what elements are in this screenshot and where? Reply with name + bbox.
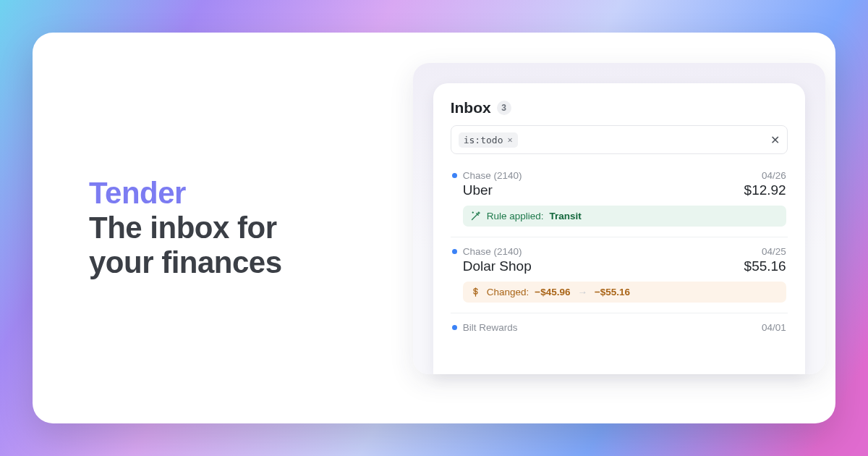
arrow-right-icon: → xyxy=(577,287,587,297)
note-to: −$55.16 xyxy=(595,287,630,297)
merchant-name: Dolar Shop xyxy=(463,258,532,274)
note-value: Transit xyxy=(550,211,582,221)
account-label: Bilt Rewards xyxy=(463,322,518,333)
gradient-background: Tender The inbox for your finances Inbox… xyxy=(0,0,868,456)
note-prefix: Rule applied: xyxy=(487,211,544,221)
transaction-date: 04/26 xyxy=(762,170,786,181)
transaction-main: Dolar Shop $55.16 xyxy=(452,258,786,274)
transaction-main: Uber $12.92 xyxy=(452,182,786,198)
transaction-meta: Chase (2140) 04/26 xyxy=(452,170,786,181)
hero-left: Tender The inbox for your finances xyxy=(33,33,410,423)
transaction-meta: Chase (2140) 04/25 xyxy=(452,246,786,257)
transaction-amount: $12.92 xyxy=(744,182,786,198)
transaction-amount: $55.16 xyxy=(744,258,786,274)
note-prefix: Changed: xyxy=(487,287,529,297)
inbox-header: Inbox 3 xyxy=(451,99,788,117)
filter-chip-label: is:todo xyxy=(464,135,503,145)
unread-dot-icon xyxy=(452,173,457,178)
merchant-name: Uber xyxy=(463,182,493,198)
amount-changed-note: Changed: −$45.96 → −$55.16 xyxy=(463,282,786,303)
transaction-row[interactable]: Bilt Rewards 04/01 xyxy=(451,313,788,345)
transaction-row[interactable]: Chase (2140) 04/26 Uber $12.92 Rule appl… xyxy=(451,160,788,237)
app-preview-panel: Inbox 3 is:todo ✕ ✕ xyxy=(413,63,825,374)
unread-dot-icon xyxy=(452,249,457,254)
dollar-icon xyxy=(470,287,481,297)
account-label: Chase (2140) xyxy=(463,246,522,257)
hero-card: Tender The inbox for your finances Inbox… xyxy=(33,33,835,423)
inbox-title: Inbox xyxy=(451,99,491,117)
transaction-row[interactable]: Chase (2140) 04/25 Dolar Shop $55.16 Cha… xyxy=(451,237,788,313)
transaction-date: 04/25 xyxy=(762,246,786,257)
filter-chip[interactable]: is:todo ✕ xyxy=(459,132,518,148)
account-label: Chase (2140) xyxy=(463,170,522,181)
transaction-list: Chase (2140) 04/26 Uber $12.92 Rule appl… xyxy=(451,160,788,374)
inbox-count-badge: 3 xyxy=(497,101,511,115)
inbox-window: Inbox 3 is:todo ✕ ✕ xyxy=(433,83,805,374)
wand-icon xyxy=(470,211,481,221)
unread-dot-icon xyxy=(452,325,457,330)
note-from: −$45.96 xyxy=(535,287,570,297)
tagline-line-2: your finances xyxy=(89,245,282,280)
search-input[interactable]: is:todo ✕ ✕ xyxy=(451,125,788,154)
tagline-line-1: The inbox for xyxy=(89,211,282,245)
headline: Tender The inbox for your finances xyxy=(89,176,282,281)
transaction-meta: Bilt Rewards 04/01 xyxy=(452,322,786,333)
transaction-date: 04/01 xyxy=(762,322,786,333)
hero-right: Inbox 3 is:todo ✕ ✕ xyxy=(410,33,835,423)
brand-name: Tender xyxy=(89,176,282,211)
rule-applied-note: Rule applied: Transit xyxy=(463,206,786,227)
filter-chip-remove-icon[interactable]: ✕ xyxy=(507,135,512,145)
clear-search-icon[interactable]: ✕ xyxy=(770,133,780,147)
